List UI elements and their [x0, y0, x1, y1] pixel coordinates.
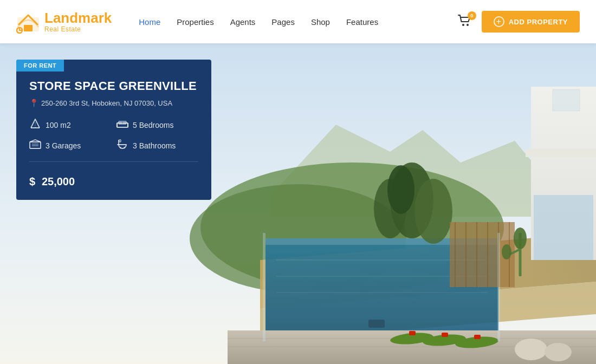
area-icon [29, 118, 41, 132]
property-card: FOR RENT STORE SPACE GREENVILLE 📍 250-26… [16, 60, 211, 200]
nav-pages[interactable]: Pages [271, 17, 295, 27]
svg-rect-53 [119, 122, 122, 124]
bath-icon [116, 139, 128, 152]
header: Landmark Real Estate Home Properties Age… [0, 0, 596, 43]
logo-text: Landmark Real Estate [44, 10, 112, 33]
plus-icon: + [494, 16, 504, 27]
svg-point-46 [502, 244, 511, 259]
svg-point-4 [467, 24, 469, 26]
add-property-button[interactable]: + ADD PROPERTY [482, 11, 580, 32]
feature-bedrooms: 5 Bedrooms [116, 118, 198, 132]
feature-area: 100 m2 [29, 118, 111, 132]
svg-rect-42 [497, 233, 500, 341]
svg-line-59 [120, 147, 121, 148]
svg-rect-54 [123, 122, 126, 124]
logo-icon [16, 10, 40, 34]
svg-line-60 [124, 147, 125, 148]
garage-icon [29, 139, 41, 152]
nav-properties[interactable]: Properties [177, 17, 213, 27]
bed-icon [116, 119, 128, 131]
svg-rect-31 [553, 89, 580, 111]
svg-point-21 [387, 165, 414, 214]
svg-point-40 [545, 343, 572, 361]
card-divider [29, 161, 198, 162]
svg-rect-58 [119, 140, 121, 142]
nav-agents[interactable]: Agents [230, 17, 256, 27]
nav-shop[interactable]: Shop [311, 17, 330, 27]
svg-rect-30 [534, 195, 593, 260]
nav-home[interactable]: Home [139, 17, 160, 27]
svg-rect-38 [474, 335, 481, 339]
svg-point-39 [515, 339, 547, 360]
svg-point-3 [462, 24, 464, 26]
property-title: STORE SPACE GREENVILLE [29, 79, 198, 93]
property-features: 100 m2 5 Bedrooms [29, 118, 198, 152]
pin-icon: 📍 [29, 99, 38, 107]
property-address: 📍 250-260 3rd St, Hoboken, NJ 07030, USA [29, 99, 198, 107]
cart-button[interactable]: 0 [458, 15, 472, 29]
brand-name: Landmark [44, 10, 112, 26]
svg-rect-34 [409, 331, 416, 335]
nav-features[interactable]: Features [346, 17, 378, 27]
property-price: $ 25,000 [16, 172, 211, 189]
svg-rect-1 [24, 25, 33, 31]
svg-rect-55 [30, 142, 41, 148]
svg-rect-32 [526, 149, 596, 157]
svg-rect-36 [442, 333, 448, 337]
svg-point-19 [414, 179, 452, 244]
for-rent-badge: FOR RENT [16, 60, 64, 72]
svg-point-44 [514, 227, 527, 249]
hero-section: FOR RENT STORE SPACE GREENVILLE 📍 250-26… [0, 43, 596, 364]
header-right: 0 + ADD PROPERTY [458, 11, 580, 32]
cart-badge: 0 [468, 11, 476, 20]
logo[interactable]: Landmark Real Estate [16, 10, 112, 34]
feature-garages: 3 Garages [29, 139, 111, 152]
main-nav: Home Properties Agents Pages Shop Featur… [139, 17, 457, 27]
logo-tagline: Real Estate [44, 26, 112, 33]
svg-rect-14 [368, 320, 385, 328]
feature-bathrooms: 3 Bathrooms [116, 139, 198, 152]
card-body: STORE SPACE GREENVILLE 📍 250-260 3rd St,… [16, 79, 211, 152]
svg-rect-41 [263, 233, 265, 341]
